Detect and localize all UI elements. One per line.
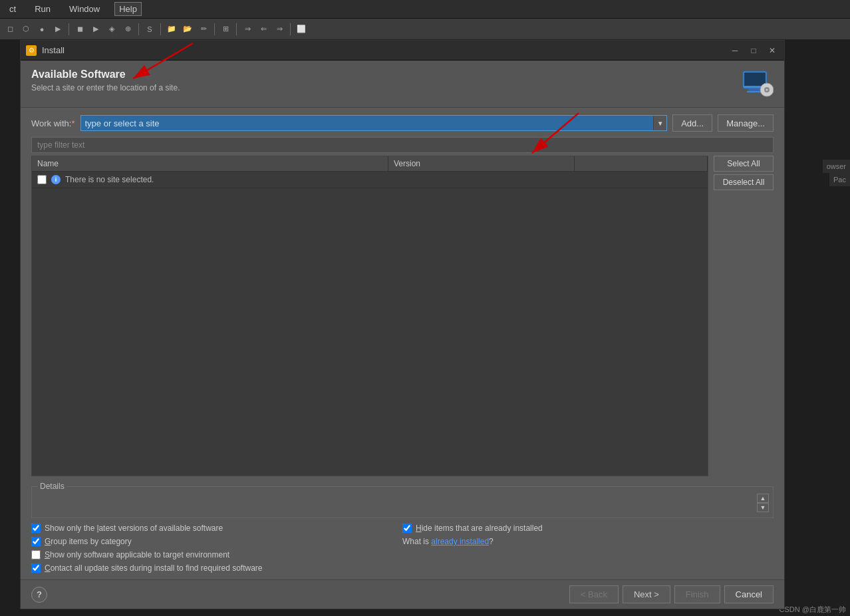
dialog-titlebar: ⚙ Install ─ □ ✕ (21, 41, 784, 61)
svg-rect-6 (748, 88, 762, 91)
filter-row (31, 137, 774, 153)
dialog-icon: ⚙ (26, 45, 37, 56)
option-label-4: Contact all update sites during install … (45, 563, 263, 573)
svg-point-10 (766, 89, 768, 91)
toolbar-btn-11[interactable]: 📂 (180, 22, 195, 37)
dialog-body: Work with:* ▼ Add... Manage... Name (21, 108, 784, 579)
select-all-button[interactable]: Select All (714, 156, 774, 172)
dialog-heading: Available Software (31, 69, 180, 80)
toolbar-btn-1[interactable]: ◻ (3, 22, 17, 37)
dialog-content: Available Software Select a site or ente… (21, 61, 784, 609)
toolbar-btn-5[interactable]: ◼ (72, 22, 87, 37)
details-scroll: ▲ ▼ (757, 494, 769, 512)
already-installed-link[interactable]: already installed (431, 537, 489, 546)
toolbar-btn-4[interactable]: ▶ (51, 22, 65, 37)
toolbar-btn-10[interactable]: 📁 (164, 22, 179, 37)
row-checkbox[interactable] (37, 175, 47, 184)
scroll-up-button[interactable]: ▲ (757, 494, 769, 503)
maximize-button[interactable]: □ (747, 44, 760, 57)
toolbar-btn-7[interactable]: ◈ (104, 22, 119, 37)
right-panel-pac: Pac (829, 173, 850, 186)
option-checkbox-4[interactable] (31, 563, 41, 573)
option-label-5: Hide items that are already installed (416, 524, 543, 533)
dialog-title-label: Install (42, 45, 723, 55)
svg-rect-5 (744, 73, 766, 86)
option-label-2: Group items by category (45, 537, 132, 546)
option-label-3: Show only software applicable to target … (45, 550, 229, 559)
row-text: There is no site selected. (65, 175, 154, 184)
work-with-dropdown-button[interactable]: ▼ (653, 116, 666, 130)
option-checkbox-5[interactable] (402, 524, 412, 533)
work-with-input-wrap: ▼ (80, 115, 668, 131)
col-name: Name (32, 156, 388, 171)
col-version: Version (388, 156, 575, 171)
right-panel-browser: owser (823, 160, 850, 173)
details-legend: Details (37, 482, 67, 491)
finish-button[interactable]: Finish (674, 585, 720, 603)
option-row-6: What is already installed? (402, 537, 774, 546)
toolbar-btn-16[interactable]: ⇒ (272, 22, 287, 37)
help-button[interactable]: ? (31, 587, 47, 603)
col-extra (575, 156, 708, 171)
toolbar: ◻ ⬡ ● ▶ ◼ ▶ ◈ ⊕ S 📁 📂 ✏ ⊞ ⇒ ⇐ ⇒ ⬜ (0, 19, 850, 40)
toolbar-sep-1 (69, 23, 69, 35)
toolbar-sep-2 (138, 23, 139, 35)
option-label-1: Show only the latest versions of availab… (45, 524, 223, 533)
close-button[interactable]: ✕ (766, 44, 779, 57)
manage-button[interactable]: Manage... (718, 114, 774, 132)
option-label-6: What is already installed? (402, 537, 494, 546)
scroll-down-button[interactable]: ▼ (757, 503, 769, 512)
watermark: CSDN @白鹿第一帅 (776, 603, 850, 616)
option-row-2: Group items by category (31, 537, 402, 546)
footer-nav-buttons: < Back Next > Finish Cancel (569, 585, 774, 603)
toolbar-btn-14[interactable]: ⇒ (240, 22, 255, 37)
add-button[interactable]: Add... (672, 114, 712, 132)
menu-ct[interactable]: ct (5, 3, 20, 15)
deselect-all-button[interactable]: Deselect All (714, 174, 774, 190)
toolbar-btn-12[interactable]: ✏ (196, 22, 211, 37)
options-col-1: Show only the latest versions of availab… (31, 524, 402, 573)
toolbar-btn-6[interactable]: ▶ (88, 22, 103, 37)
options-section: Show only the latest versions of availab… (31, 524, 774, 573)
toolbar-btn-2[interactable]: ⬡ (19, 22, 33, 37)
work-with-row: Work with:* ▼ Add... Manage... (31, 114, 774, 132)
next-button[interactable]: Next > (623, 585, 670, 603)
software-table: Name Version i There is no site selected… (31, 156, 708, 476)
toolbar-btn-8[interactable]: ⊕ (120, 22, 135, 37)
menu-window[interactable]: Window (65, 3, 104, 15)
work-with-input[interactable] (81, 116, 654, 130)
option-row-3: Show only software applicable to target … (31, 550, 402, 559)
toolbar-btn-3[interactable]: ● (35, 22, 49, 37)
dialog-icon-symbol: ⚙ (29, 47, 35, 54)
side-buttons: Select All Deselect All (714, 156, 774, 476)
back-button[interactable]: < Back (569, 585, 619, 603)
toolbar-btn-15[interactable]: ⇐ (256, 22, 271, 37)
table-area: Name Version i There is no site selected… (31, 156, 774, 476)
toolbar-sep-4 (214, 23, 215, 35)
option-checkbox-1[interactable] (31, 524, 41, 533)
option-checkbox-2[interactable] (31, 537, 41, 546)
work-with-label: Work with:* (31, 118, 75, 128)
toolbar-sep-6 (290, 23, 291, 35)
info-icon: i (51, 174, 61, 185)
option-row-5: Hide items that are already installed (402, 524, 774, 533)
toolbar-btn-9[interactable]: S (142, 22, 157, 37)
install-dialog: ⚙ Install ─ □ ✕ Available Software Selec… (20, 40, 785, 609)
dialog-header: Available Software Select a site or ente… (21, 61, 784, 108)
filter-input[interactable] (31, 137, 774, 153)
options-col-2: Hide items that are already installed Wh… (402, 524, 774, 573)
option-checkbox-3[interactable] (31, 550, 41, 559)
option-row-4: Contact all update sites during install … (31, 563, 402, 573)
menu-run[interactable]: Run (31, 3, 55, 15)
dialog-header-text: Available Software Select a site or ente… (31, 69, 180, 92)
toolbar-btn-17[interactable]: ⬜ (294, 22, 309, 37)
menu-help[interactable]: Help (114, 2, 142, 16)
details-body: ▲ ▼ (32, 491, 773, 518)
cancel-button[interactable]: Cancel (724, 585, 774, 603)
table-header: Name Version (32, 156, 708, 172)
table-body: i There is no site selected. (32, 172, 708, 476)
minimize-button[interactable]: ─ (728, 44, 742, 57)
toolbar-sep-5 (236, 23, 237, 35)
toolbar-btn-13[interactable]: ⊞ (218, 22, 233, 37)
dialog-footer: ? < Back Next > Finish Cancel (21, 579, 784, 609)
